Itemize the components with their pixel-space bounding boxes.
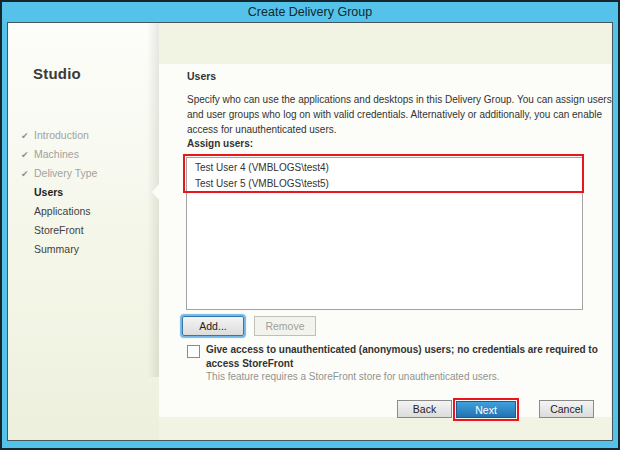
sidebar-step-summary[interactable]: Summary <box>21 240 153 259</box>
step-check-icon: ✔ <box>21 146 34 165</box>
studio-logo: Studio <box>33 65 81 82</box>
sidebar-step-storefront[interactable]: StoreFront <box>21 221 153 240</box>
sidebar-step-machines[interactable]: ✔Machines <box>21 145 153 164</box>
sidebar-step-introduction[interactable]: ✔Introduction <box>21 126 153 145</box>
step-label: Applications <box>34 205 91 217</box>
next-button[interactable]: Next <box>456 401 516 418</box>
create-delivery-group-window: Create Delivery Group Studio ✔Introducti… <box>0 0 620 450</box>
page-title: Users <box>187 70 216 82</box>
user-list-item[interactable]: Test User 5 (VMBLOGS\test5) <box>187 176 582 192</box>
step-check-icon: ✔ <box>21 165 34 184</box>
sidebar-step-applications[interactable]: Applications <box>21 202 153 221</box>
wizard-sidebar: Studio ✔Introduction✔Machines✔Delivery T… <box>8 23 159 440</box>
unauthenticated-checkbox-label[interactable]: Give access to unauthenticated (anonymou… <box>206 343 604 370</box>
wizard-steps: ✔Introduction✔Machines✔Delivery TypeUser… <box>21 126 153 259</box>
annotation-highlight-next: Next <box>453 398 519 421</box>
content-panel: Users Specify who can use the applicatio… <box>159 64 611 417</box>
step-label: Delivery Type <box>34 167 97 179</box>
sidebar-step-delivery-type[interactable]: ✔Delivery Type <box>21 164 153 183</box>
user-list-item[interactable]: Test User 4 (VMBLOGS\test4) <box>187 160 582 176</box>
page-description: Specify who can use the applications and… <box>187 92 613 137</box>
dialog-body: Studio ✔Introduction✔Machines✔Delivery T… <box>7 22 613 441</box>
unauthenticated-checkbox[interactable] <box>187 345 200 358</box>
cancel-button[interactable]: Cancel <box>539 400 594 418</box>
sidebar-step-users[interactable]: Users <box>21 183 153 202</box>
step-label: Summary <box>34 243 79 255</box>
step-label: Machines <box>34 148 79 160</box>
back-button[interactable]: Back <box>397 400 452 418</box>
step-label: StoreFront <box>34 224 84 236</box>
storefront-note: This feature requires a StoreFront store… <box>206 371 500 382</box>
step-label: Users <box>34 186 63 198</box>
step-label: Introduction <box>34 129 89 141</box>
window-title: Create Delivery Group <box>248 5 372 19</box>
remove-button[interactable]: Remove <box>254 316 316 336</box>
step-check-icon: ✔ <box>21 127 34 146</box>
current-step-pointer <box>152 184 159 200</box>
window-titlebar[interactable]: Create Delivery Group <box>2 2 618 22</box>
add-button[interactable]: Add... <box>182 316 244 336</box>
assigned-users-list[interactable]: Test User 4 (VMBLOGS\test4)Test User 5 (… <box>186 157 583 310</box>
assign-users-label: Assign users: <box>187 138 253 149</box>
